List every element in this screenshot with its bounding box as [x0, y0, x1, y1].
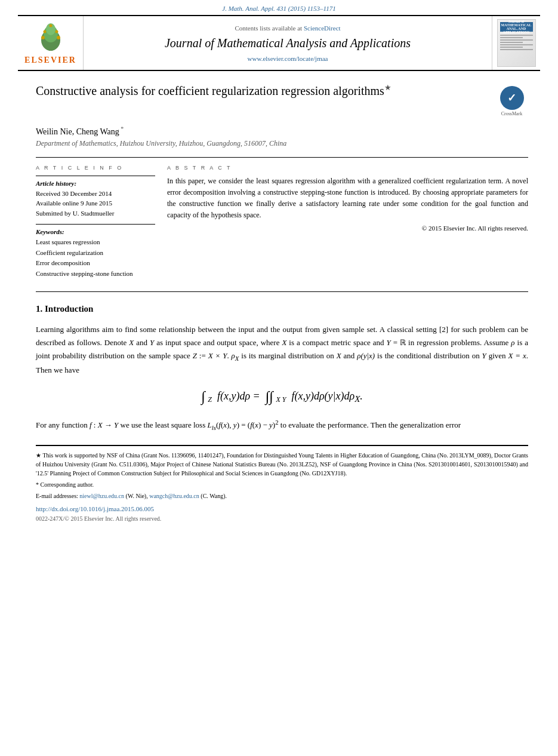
author-weilin: Weilin Nie, Cheng Wang — [36, 127, 119, 136]
journal-header: ELSEVIER Contents lists available at Sci… — [18, 15, 540, 71]
section-title: Introduction — [45, 304, 93, 314]
intro-paragraph-2: For any function f : X → Y we use the le… — [36, 417, 528, 433]
affiliation: Department of Mathematics, Huizhou Unive… — [36, 139, 528, 148]
keyword-2: Coefficient regularization — [36, 248, 155, 259]
contents-available-text: Contents lists available at ScienceDirec… — [235, 24, 340, 32]
elsevier-logo-section: ELSEVIER — [18, 16, 84, 70]
abstract-column: A B S T R A C T In this paper, we consid… — [167, 165, 528, 279]
star-footnote: ★ This work is supported by NSF of China… — [36, 451, 528, 478]
svg-point-8 — [49, 24, 52, 27]
copyright-text: © 2015 Elsevier Inc. All rights reserved… — [167, 225, 528, 232]
thumb-line-4 — [500, 42, 523, 43]
paper-title-text: Constructive analysis for coefficient re… — [36, 84, 384, 97]
star-footnote-text: ★ This work is supported by NSF of China… — [36, 452, 528, 477]
crossmark-label: CrossMark — [501, 111, 523, 116]
paper-title-container: Constructive analysis for coefficient re… — [36, 83, 483, 99]
abstract-text: In this paper, we consider the least squ… — [167, 176, 528, 222]
received-date: Received 30 December 2014 — [36, 189, 155, 199]
thumb-line-1 — [500, 35, 533, 36]
crossmark-icon: ✓ — [500, 86, 524, 110]
title-star: ★ — [384, 83, 391, 92]
elsevier-logo: ELSEVIER — [24, 21, 76, 65]
thumb-line-6 — [500, 47, 523, 48]
email-weilin-name: (W. Nie), — [126, 493, 150, 499]
svg-point-6 — [43, 30, 46, 33]
email-label: E-mail addresses: — [36, 493, 79, 499]
thumb-line-7 — [500, 49, 533, 50]
corresponding-star: * — [119, 125, 124, 132]
history-label: Article history: — [36, 180, 155, 187]
section-1-heading: 1. Introduction — [36, 304, 528, 314]
abstract-label: A B S T R A C T — [167, 165, 528, 171]
article-abstract-section: A R T I C L E I N F O Article history: R… — [36, 157, 528, 279]
email-wang-name: (C. Wang). — [201, 493, 227, 499]
corresponding-footnote: * Corresponding author. — [36, 480, 528, 489]
keyword-3: Error decomposition — [36, 258, 155, 269]
section-number: 1. — [36, 304, 42, 314]
journal-title: Journal of Mathematical Analysis and App… — [165, 36, 411, 50]
issn-line: 0022-247X/© 2015 Elsevier Inc. All right… — [36, 514, 528, 523]
top-citation: J. Math. Anal. Appl. 431 (2015) 1153–117… — [0, 0, 558, 15]
submitted-by: Submitted by U. Stadtmueller — [36, 208, 155, 219]
keywords-label: Keywords: — [36, 228, 155, 235]
integral-expression: ∫ Z f(x,y)dρ = ∫∫ X Y f(x,y)dρ(y|x)dρX. — [201, 389, 363, 405]
article-info-label: A R T I C L E I N F O — [36, 165, 155, 171]
sciencedirect-link[interactable]: ScienceDirect — [304, 24, 341, 32]
thumb-line-2 — [500, 37, 523, 38]
article-history: Article history: Received 30 December 20… — [36, 176, 155, 219]
journal-center: Contents lists available at ScienceDirec… — [84, 16, 492, 70]
paper-title: Constructive analysis for coefficient re… — [36, 83, 483, 99]
citation-text: J. Math. Anal. Appl. 431 (2015) 1153–117… — [222, 5, 335, 12]
keywords-section: Keywords: Least squares regression Coeff… — [36, 224, 155, 279]
paper-title-section: Constructive analysis for coefficient re… — [36, 83, 528, 116]
email-footnote: E-mail addresses: niewl@hzu.edu.cn (W. N… — [36, 491, 528, 500]
thumb-line-3 — [500, 39, 533, 41]
integral-formula: ∫ Z f(x,y)dρ = ∫∫ X Y f(x,y)dρ(y|x)dρX. — [36, 389, 528, 405]
keyword-1: Least squares regression — [36, 237, 155, 248]
section-divider — [36, 291, 528, 292]
keyword-4: Constructive stepping-stone function — [36, 269, 155, 279]
page: J. Math. Anal. Appl. 431 (2015) 1153–117… — [0, 0, 558, 756]
thumb-header: Journal ofMATHEMATICALANAL. ANDAPPLICATI… — [500, 22, 533, 32]
authors-line: Weilin Nie, Cheng Wang * — [36, 125, 528, 137]
svg-point-7 — [55, 30, 58, 33]
svg-point-5 — [57, 36, 60, 39]
email-wang[interactable]: wangch@hzu.edu.cn — [149, 493, 199, 499]
article-info-column: A R T I C L E I N F O Article history: R… — [36, 165, 155, 279]
journal-url[interactable]: www.elsevier.com/locate/jmaa — [248, 55, 328, 62]
journal-thumbnail-section: Journal ofMATHEMATICALANAL. ANDAPPLICATI… — [492, 16, 540, 70]
thumb-line-5 — [500, 44, 533, 45]
journal-thumbnail: Journal ofMATHEMATICALANAL. ANDAPPLICATI… — [497, 19, 536, 67]
available-date: Available online 9 June 2015 — [36, 198, 155, 208]
elsevier-tree-icon — [30, 21, 72, 54]
doi-link[interactable]: http://dx.doi.org/10.1016/j.jmaa.2015.06… — [36, 504, 528, 514]
corresponding-note-text: * Corresponding author. — [36, 481, 94, 488]
footer-section: ★ This work is supported by NSF of China… — [36, 445, 528, 523]
thumb-lines — [500, 33, 533, 51]
svg-point-4 — [41, 36, 45, 39]
elsevier-brand-text: ELSEVIER — [24, 56, 76, 65]
intro-paragraph-1: Learning algorithms aim to find some rel… — [36, 323, 528, 377]
crossmark-section: ✓ CrossMark — [495, 86, 528, 116]
email-weilin[interactable]: niewl@hzu.edu.cn — [79, 493, 124, 499]
main-content: Constructive analysis for coefficient re… — [0, 71, 558, 535]
